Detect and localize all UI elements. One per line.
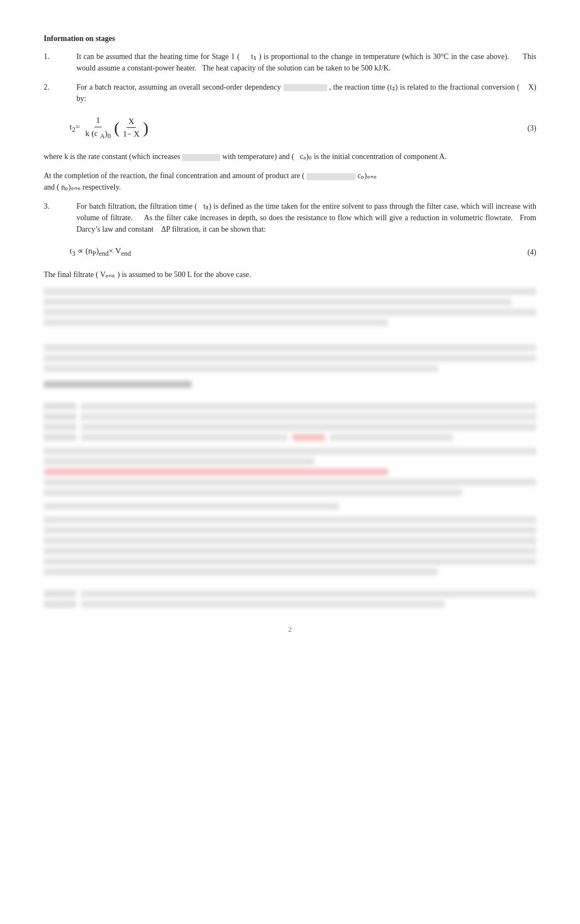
paragraph-2: 2. For a batch reactor, assuming an over… (44, 81, 536, 104)
equation-4-number: (4) (528, 246, 536, 258)
page-content: Information on stages 1. It can be assum… (44, 33, 536, 635)
fraction-2: X 1− X (121, 115, 141, 140)
paragraph-1: 1. It can be assumed that the heating ti… (44, 51, 536, 74)
para5-number: 3. (44, 201, 76, 235)
blurred-section-sub2 (44, 516, 536, 608)
para1-content: It can be assumed that the heating time … (76, 51, 536, 74)
redacted-1 (283, 84, 327, 91)
paragraph-5: 3. For batch filtration, the filtration … (44, 201, 536, 235)
equation-4-block: t3 ∝ (nP)end× Vend (4) (66, 245, 536, 259)
paragraph-4: At the completion of the reaction, the f… (44, 170, 536, 193)
redacted-2 (182, 154, 220, 161)
para2-content: For a batch reactor, assuming an overall… (76, 81, 536, 104)
page-number: 2 (44, 624, 536, 635)
blurred-section-sub1 (44, 503, 536, 510)
redacted-3 (306, 173, 356, 180)
paragraph-6: The final filtrate ( Vₑₙₑ ) is assumed t… (44, 269, 536, 280)
equation-3: t2= 1 k (c A)0 ( X 1− X ) (66, 114, 149, 141)
equation-3-number: (3) (528, 122, 536, 133)
para2-number: 2. (44, 81, 76, 104)
blurred-section-answers (44, 381, 536, 441)
paragraph-3: where k is the rate constant (which incr… (44, 151, 536, 162)
para5-content: For batch filtration, the filtration tim… (76, 201, 536, 235)
para1-number: 1. (44, 51, 76, 74)
blurred-section-1 (44, 288, 536, 372)
fraction-1: 1 k (c A)0 (84, 114, 113, 141)
section-title: Information on stages (44, 33, 536, 44)
equation-3-block: t2= 1 k (c A)0 ( X 1− X ) (3) (66, 114, 536, 141)
equation-4: t3 ∝ (nP)end× Vend (66, 245, 131, 259)
blurred-section-more (44, 448, 536, 496)
